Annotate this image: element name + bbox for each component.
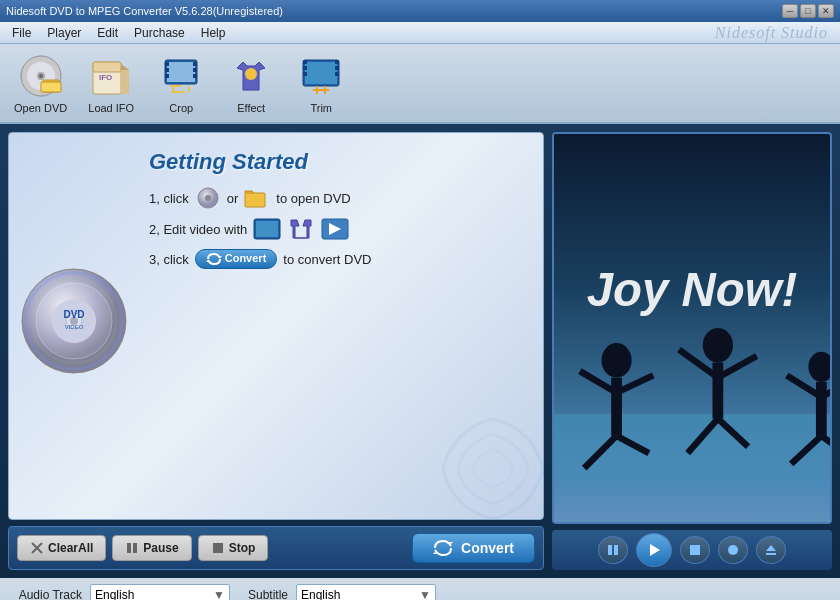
close-button[interactable]: ✕ bbox=[818, 4, 834, 18]
svg-rect-17 bbox=[193, 74, 197, 78]
svg-rect-43 bbox=[245, 193, 265, 207]
maximize-button[interactable]: □ bbox=[800, 4, 816, 18]
audio-track-select[interactable]: English ▼ bbox=[90, 584, 230, 600]
step-1: 1, click or to open DVD bbox=[149, 187, 527, 209]
audio-track-value: English bbox=[95, 588, 134, 600]
player-play-icon bbox=[646, 542, 662, 558]
clearall-icon bbox=[30, 541, 44, 555]
player-play-button[interactable] bbox=[636, 533, 672, 567]
menu-player[interactable]: Player bbox=[39, 24, 89, 42]
subtitle-select[interactable]: English ▼ bbox=[296, 584, 436, 600]
preview-svg: Joy Now! bbox=[554, 134, 830, 522]
right-panel: Joy Now! bbox=[552, 132, 832, 570]
svg-rect-11 bbox=[167, 62, 195, 82]
menu-help[interactable]: Help bbox=[193, 24, 234, 42]
toolbar-effect[interactable]: Effect bbox=[221, 48, 281, 118]
dvd-image: DVD VIDEO bbox=[19, 266, 139, 386]
svg-rect-13 bbox=[165, 68, 169, 72]
svg-rect-84 bbox=[608, 545, 612, 555]
brand-logo: Nidesoft Studio bbox=[715, 24, 828, 42]
joy-text: Joy Now! bbox=[587, 263, 798, 316]
toolbar-trim[interactable]: Trim bbox=[291, 48, 351, 118]
svg-rect-88 bbox=[766, 553, 776, 555]
svg-rect-25 bbox=[335, 60, 339, 64]
svg-rect-15 bbox=[193, 62, 197, 66]
svg-rect-12 bbox=[165, 62, 169, 66]
stop-icon bbox=[211, 541, 225, 555]
toolbar-open-dvd[interactable]: Open DVD bbox=[10, 48, 71, 118]
toolbar-crop[interactable]: Crop bbox=[151, 48, 211, 118]
audio-subtitle-row: Audio Track English ▼ Subtitle English ▼ bbox=[12, 584, 828, 600]
main-content: DVD VIDEO Getting Started 1, click bbox=[0, 124, 840, 578]
svg-rect-14 bbox=[165, 74, 169, 78]
step-3-text: 3, click bbox=[149, 252, 189, 267]
svg-rect-27 bbox=[335, 72, 339, 76]
step-2-icon3 bbox=[321, 217, 349, 241]
svg-rect-53 bbox=[554, 414, 830, 522]
getting-started-title: Getting Started bbox=[149, 149, 527, 175]
subtitle-arrow: ▼ bbox=[419, 588, 431, 600]
step-2: 2, Edit video with bbox=[149, 217, 527, 241]
step-1-or: or bbox=[227, 191, 239, 206]
player-record-button[interactable] bbox=[718, 536, 748, 564]
svg-point-42 bbox=[205, 195, 211, 201]
svg-point-66 bbox=[703, 328, 733, 362]
svg-point-19 bbox=[245, 68, 257, 80]
player-record-icon bbox=[726, 543, 740, 557]
svg-rect-8 bbox=[93, 62, 121, 72]
audio-track-label: Audio Track bbox=[12, 588, 82, 600]
svg-rect-24 bbox=[303, 72, 307, 76]
player-eject-icon bbox=[764, 543, 778, 557]
step-3: 3, click Convert to convert DVD bbox=[149, 249, 527, 269]
player-stop-icon bbox=[688, 543, 702, 557]
player-stop-button[interactable] bbox=[680, 536, 710, 564]
preview-area: Joy Now! bbox=[552, 132, 832, 524]
svg-rect-86 bbox=[690, 545, 700, 555]
step-2-text: 2, Edit video with bbox=[149, 222, 247, 237]
action-bar: ClearAll Pause Stop bbox=[8, 526, 544, 570]
svg-rect-22 bbox=[303, 60, 307, 64]
step-3-end: to convert DVD bbox=[283, 252, 371, 267]
swirl-decoration bbox=[433, 409, 544, 520]
menu-edit[interactable]: Edit bbox=[89, 24, 126, 42]
convert-icon bbox=[433, 539, 453, 557]
svg-point-3 bbox=[39, 74, 43, 78]
trim-icon bbox=[297, 52, 345, 100]
toolbar-load-ifo-label: Load IFO bbox=[88, 102, 134, 114]
menu-purchase[interactable]: Purchase bbox=[126, 24, 193, 42]
toolbar-trim-label: Trim bbox=[310, 102, 332, 114]
preview-slider[interactable] bbox=[554, 522, 830, 524]
step-1-end: to open DVD bbox=[276, 191, 350, 206]
menu-file[interactable]: File bbox=[4, 24, 39, 42]
subtitle-label: Subtitle bbox=[238, 588, 288, 600]
toolbar-load-ifo[interactable]: IFO Load IFO bbox=[81, 48, 141, 118]
pause-button[interactable]: Pause bbox=[112, 535, 191, 561]
step-3-convert-label: Convert bbox=[225, 252, 267, 264]
player-eject-button[interactable] bbox=[756, 536, 786, 564]
svg-rect-6 bbox=[41, 82, 61, 92]
clearall-button[interactable]: ClearAll bbox=[17, 535, 106, 561]
svg-rect-51 bbox=[213, 543, 223, 553]
audio-track-arrow: ▼ bbox=[213, 588, 225, 600]
stop-button[interactable]: Stop bbox=[198, 535, 269, 561]
titlebar-controls: ─ □ ✕ bbox=[782, 4, 834, 18]
step-1-icons bbox=[195, 187, 221, 209]
svg-point-60 bbox=[601, 343, 631, 377]
svg-rect-49 bbox=[127, 543, 131, 553]
svg-rect-26 bbox=[335, 66, 339, 70]
minimize-button[interactable]: ─ bbox=[782, 4, 798, 18]
step-2-icon1 bbox=[253, 217, 281, 241]
window-title: Nidesoft DVD to MPEG Converter V5.6.28(U… bbox=[6, 5, 283, 17]
titlebar: Nidesoft DVD to MPEG Converter V5.6.28(U… bbox=[0, 0, 840, 22]
toolbar-open-dvd-label: Open DVD bbox=[14, 102, 67, 114]
subtitle-value: English bbox=[301, 588, 340, 600]
convert-button[interactable]: Convert bbox=[412, 533, 535, 563]
toolbar: Open DVD IFO Load IFO bbox=[0, 44, 840, 124]
svg-text:IFO: IFO bbox=[99, 73, 112, 82]
step-3-convert-mini: Convert bbox=[195, 249, 278, 269]
load-ifo-icon: IFO bbox=[87, 52, 135, 100]
svg-rect-23 bbox=[303, 66, 307, 70]
player-pause-button[interactable] bbox=[598, 536, 628, 564]
crop-icon bbox=[157, 52, 205, 100]
getting-started-panel: DVD VIDEO Getting Started 1, click bbox=[8, 132, 544, 520]
